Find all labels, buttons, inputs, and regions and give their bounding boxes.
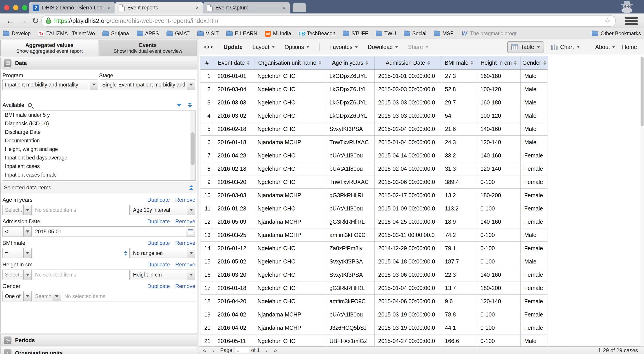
download-menu-button[interactable]: Download: [368, 44, 398, 50]
table-row[interactable]: 22016-03-04Ngelehun CHCLkGDpxZ6UYL2015-0…: [200, 83, 548, 96]
duplicate-link[interactable]: Duplicate: [148, 218, 170, 225]
other-bookmarks-button[interactable]: Other Bookmarks: [592, 30, 641, 37]
bookmark-star-icon[interactable]: ☆: [604, 16, 611, 25]
bookmark-item-the-pragmatic-progr[interactable]: WThe pragmatic progr: [461, 30, 516, 37]
address-bar[interactable]: https://play.dhis2.org/demo/dhis-web-eve…: [41, 15, 616, 26]
gender-search-select[interactable]: Search..: [32, 291, 61, 302]
section-data[interactable]: ▤ Data: [0, 57, 197, 69]
program-select[interactable]: Inpatient morbidity and mortality: [2, 79, 98, 90]
table-row[interactable]: 162016-03-20Ngelehun CHCSvxytKf3PSA2015-…: [200, 268, 548, 282]
table-row[interactable]: 122016-05-09Njandama MCHPgG3RkRHliRL2015…: [200, 215, 548, 228]
column-header-admission-date[interactable]: Admission Date: [374, 56, 441, 69]
layout-menu-button[interactable]: Layout: [252, 44, 275, 50]
available-item-documentation[interactable]: Documentation: [2, 136, 196, 145]
close-tab-icon[interactable]: ×: [282, 4, 286, 11]
remove-link[interactable]: Remove: [175, 283, 195, 289]
sort-icon[interactable]: [514, 61, 516, 65]
available-item-bmi-male-under-5-y[interactable]: BMI male under 5 y: [2, 111, 196, 119]
new-tab-button[interactable]: [292, 3, 306, 12]
age-legend-select[interactable]: Age 10y interval: [130, 205, 195, 215]
table-row[interactable]: 152016-05-02Ngelehun CHCSvxytKf3PSA2015-…: [200, 255, 548, 268]
available-item-inpatient-bed-days-average[interactable]: Inpatient bed days average: [2, 153, 196, 162]
page-number-input[interactable]: [234, 347, 249, 354]
minimize-window-button[interactable]: [13, 5, 18, 10]
table-row[interactable]: 52016-02-18Ngelehun CHCSvxytKf3PSA2015-0…: [200, 122, 548, 136]
chart-view-button[interactable]: Chart: [548, 41, 583, 52]
height-operator-select[interactable]: Select..: [2, 270, 32, 280]
bmi-range-select[interactable]: No range set: [130, 248, 195, 258]
last-page-button[interactable]: »: [274, 347, 277, 354]
sort-icon[interactable]: [543, 61, 546, 65]
number-spinner-icon[interactable]: [124, 251, 127, 256]
duplicate-link[interactable]: Duplicate: [148, 197, 170, 203]
column-header-gender[interactable]: Gender: [521, 56, 548, 69]
browser-tab-dhis2-demo[interactable]: 2 DHIS 2 Demo - Sierra Leon ×: [29, 2, 115, 13]
browser-tab-event-reports[interactable]: Event reports ×: [115, 2, 203, 13]
bookmark-item-gmat[interactable]: GMAT: [166, 30, 190, 37]
scrollbar-thumb[interactable]: [641, 57, 644, 126]
remove-link[interactable]: Remove: [175, 262, 195, 268]
forward-button[interactable]: →: [19, 15, 28, 26]
table-row[interactable]: 202016-04-02Njandama MCHPJ3z6HCQ5bSJ2015…: [200, 321, 548, 335]
bookmark-item-techbeacon[interactable]: TBTechBeacon: [299, 30, 336, 37]
gender-items-input[interactable]: No selected items: [62, 291, 195, 302]
table-view-button[interactable]: Table: [508, 41, 544, 53]
main-scrollbar[interactable]: [640, 55, 644, 346]
duplicate-link[interactable]: Duplicate: [148, 283, 170, 289]
section-periods[interactable]: ◷Periods: [0, 334, 197, 346]
bookmark-item-msf[interactable]: MSF: [434, 30, 454, 37]
move-all-down-icon[interactable]: [188, 103, 192, 108]
bookmark-item-srujana[interactable]: Srujana: [102, 30, 129, 37]
table-row[interactable]: 32016-03-03Ngelehun CHCLkGDpxZ6UYL2015-0…: [200, 96, 548, 109]
next-page-button[interactable]: ›: [266, 347, 268, 354]
reload-button[interactable]: ↻: [32, 15, 39, 26]
table-row[interactable]: 82016-02-18Ngelehun CHCbUAtA1f80ou2015-0…: [200, 162, 548, 175]
browser-menu-icon[interactable]: [625, 16, 638, 25]
available-scrollbar[interactable]: [190, 111, 195, 180]
update-button[interactable]: Update: [224, 44, 243, 50]
bookmark-item-social[interactable]: Social: [404, 30, 426, 37]
sort-icon[interactable]: [247, 61, 250, 65]
bookmark-item-stuff[interactable]: STUFF: [343, 30, 368, 37]
sort-icon[interactable]: [365, 61, 368, 65]
events-button[interactable]: Events Show individual event overview: [99, 40, 197, 56]
gender-operator-select[interactable]: One of: [2, 291, 32, 302]
bookmark-item-talizma-talent-wo[interactable]: TzTALIZMA - Talent Wo: [38, 30, 95, 37]
available-item-discharge-date[interactable]: Discharge Date: [2, 128, 196, 136]
about-menu-button[interactable]: About: [595, 44, 615, 50]
available-item-inpatient-cases-female[interactable]: Inpatient cases female: [2, 170, 196, 179]
available-item-diagnosis-icd-10[interactable]: Diagnosis (ICD-10): [2, 119, 196, 128]
available-item-inpatient-cases[interactable]: Inpatient cases: [2, 162, 196, 170]
bookmark-item-mi-india[interactable]: miMi India: [265, 30, 291, 37]
first-page-button[interactable]: «: [203, 347, 206, 354]
table-row[interactable]: 192016-04-02Njandama MCHPbUAtA1f80ou2015…: [200, 308, 548, 321]
table-row[interactable]: 132016-03-25Njandama MCHPamfim3kFO9C2015…: [200, 228, 548, 242]
duplicate-link[interactable]: Duplicate: [148, 240, 170, 246]
options-menu-button[interactable]: Options: [285, 44, 310, 50]
bookmark-item-apps[interactable]: APPS: [136, 30, 159, 37]
table-row[interactable]: 12016-01-01Ngelehun CHCLkGDpxZ6UYL2015-0…: [200, 69, 548, 83]
favorites-menu-button[interactable]: Favorites: [330, 44, 358, 50]
table-row[interactable]: 62016-01-18Njandama MCHPTnwTxvRUXAC2015-…: [200, 136, 548, 149]
admission-date-input[interactable]: 2015-05-01: [32, 226, 185, 237]
table-row[interactable]: 72016-04-28Ngelehun CHCbUAtA1f80ou2015-0…: [200, 149, 548, 162]
table-row[interactable]: 142016-01-12Ngelehun CHCZa0zFfPm8jy2014-…: [200, 242, 548, 255]
column-header-age[interactable]: Age in years: [326, 56, 374, 69]
column-header-org-unit[interactable]: Organisation unit name: [254, 56, 326, 69]
bmi-value-input[interactable]: [32, 248, 130, 258]
age-items-input[interactable]: No selected items: [32, 205, 130, 215]
home-button[interactable]: Home: [622, 44, 637, 50]
aggregated-values-button[interactable]: Aggregated values Show aggregated event …: [0, 40, 98, 56]
table-row[interactable]: 182016-04-20Ngelehun CHCamfim3kFO9C2015-…: [200, 295, 548, 308]
browser-tab-event-capture[interactable]: Event Capture ×: [203, 2, 290, 13]
back-button[interactable]: ←: [6, 15, 14, 26]
table-row[interactable]: 92016-03-20Ngelehun CHCTnwTxvRUXAC2015-0…: [200, 175, 548, 189]
admission-operator-select[interactable]: <: [2, 226, 32, 237]
remove-link[interactable]: Remove: [175, 240, 195, 246]
bmi-operator-select[interactable]: =: [2, 248, 32, 258]
table-row[interactable]: 42016-03-02Ngelehun CHCLkGDpxZ6UYL2015-0…: [200, 109, 548, 122]
share-menu-button[interactable]: Share: [408, 44, 428, 50]
remove-link[interactable]: Remove: [175, 197, 195, 203]
remove-link[interactable]: Remove: [175, 218, 195, 225]
bookmark-item-develop[interactable]: Develop: [3, 30, 30, 37]
